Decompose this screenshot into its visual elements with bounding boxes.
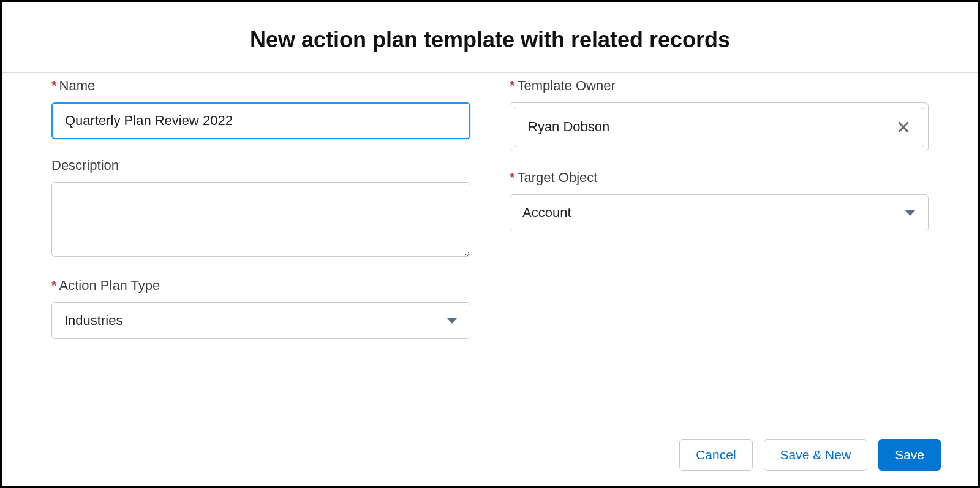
target-object-value: Account bbox=[522, 205, 571, 221]
save-and-new-button[interactable]: Save & New bbox=[764, 439, 868, 471]
action-plan-type-value: Industries bbox=[64, 313, 123, 329]
required-marker: * bbox=[51, 78, 57, 93]
name-label: *Name bbox=[51, 78, 470, 94]
name-label-text: Name bbox=[59, 78, 96, 93]
save-button[interactable]: Save bbox=[878, 439, 941, 471]
action-plan-type-label: *Action Plan Type bbox=[51, 278, 470, 294]
template-owner-field: *Template Owner Ryan Dobson bbox=[510, 78, 929, 151]
name-field: *Name bbox=[51, 78, 470, 139]
template-owner-pill: Ryan Dobson bbox=[514, 107, 924, 147]
template-owner-label: *Template Owner bbox=[510, 78, 929, 94]
target-object-label: *Target Object bbox=[510, 170, 929, 186]
description-label: Description bbox=[51, 158, 470, 173]
target-object-field: *Target Object Account bbox=[510, 170, 929, 231]
right-column: *Template Owner Ryan Dobson *Target Obje… bbox=[510, 78, 929, 411]
template-owner-lookup[interactable]: Ryan Dobson bbox=[510, 102, 929, 151]
modal-footer: Cancel Save & New Save bbox=[2, 424, 978, 486]
template-owner-value: Ryan Dobson bbox=[528, 119, 609, 135]
left-column: *Name Description *Action Plan Type Indu… bbox=[51, 78, 470, 411]
description-label-text: Description bbox=[51, 158, 119, 173]
modal-body: *Name Description *Action Plan Type Indu… bbox=[2, 73, 978, 424]
action-plan-type-label-text: Action Plan Type bbox=[59, 278, 160, 293]
description-field: Description bbox=[51, 158, 470, 259]
description-textarea[interactable] bbox=[51, 182, 470, 257]
modal-title: New action plan template with related re… bbox=[15, 27, 965, 53]
target-object-select[interactable]: Account bbox=[510, 194, 929, 231]
modal-header: New action plan template with related re… bbox=[2, 2, 978, 72]
name-input[interactable] bbox=[51, 102, 470, 139]
required-marker: * bbox=[510, 170, 515, 185]
target-object-label-text: Target Object bbox=[518, 170, 598, 185]
close-icon[interactable] bbox=[897, 120, 910, 134]
cancel-button[interactable]: Cancel bbox=[679, 439, 752, 471]
required-marker: * bbox=[51, 278, 57, 293]
chevron-down-icon bbox=[447, 318, 458, 324]
action-plan-type-field: *Action Plan Type Industries bbox=[51, 278, 470, 339]
template-owner-label-text: Template Owner bbox=[518, 78, 616, 93]
action-plan-type-select[interactable]: Industries bbox=[51, 302, 470, 339]
new-action-plan-template-modal: New action plan template with related re… bbox=[0, 0, 980, 488]
required-marker: * bbox=[510, 78, 515, 93]
chevron-down-icon bbox=[905, 210, 916, 216]
